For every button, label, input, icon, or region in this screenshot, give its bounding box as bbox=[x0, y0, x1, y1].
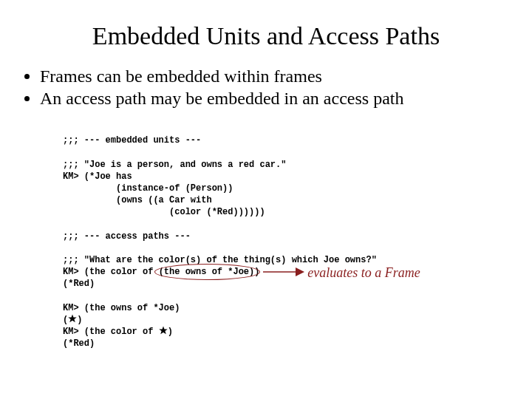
code-line: (color (*Red)))))) bbox=[63, 207, 265, 217]
code-line: ;;; --- embedded units --- bbox=[63, 135, 201, 146]
bullet-item: An access path may be embedded in an acc… bbox=[40, 87, 510, 109]
code-line: ( bbox=[63, 315, 68, 325]
star-icon bbox=[68, 314, 77, 323]
code-line: (*Red) bbox=[63, 338, 95, 349]
code-line: ) bbox=[254, 267, 259, 277]
svg-marker-1 bbox=[159, 327, 168, 335]
slide: Embedded Units and Access Paths Frames c… bbox=[0, 0, 532, 399]
code-line: (owns ((a Car with bbox=[63, 195, 212, 205]
code-line: ) bbox=[77, 315, 82, 325]
annotation-label: evaluates to a Frame bbox=[307, 264, 420, 282]
code-line: (*Red) bbox=[63, 279, 95, 289]
star-icon bbox=[159, 326, 168, 335]
code-block: ;;; --- embedded units --- ;;; "Joe is a… bbox=[63, 123, 510, 399]
code-line: KM> (the color of bbox=[63, 327, 159, 337]
code-highlight: (the owns of *Joe) bbox=[159, 267, 255, 277]
code-line: ) bbox=[168, 327, 173, 337]
svg-marker-0 bbox=[68, 315, 77, 323]
code-line: KM> (*Joe has bbox=[63, 171, 132, 182]
slide-title: Embedded Units and Access Paths bbox=[22, 22, 510, 50]
code-line: (instance-of (Person)) bbox=[63, 183, 233, 194]
code-line: KM> (the color of bbox=[63, 267, 159, 277]
bullet-list: Frames can be embedded within frames An … bbox=[22, 65, 510, 109]
code-line: KM> (the owns of *Joe) bbox=[63, 303, 180, 313]
bullet-item: Frames can be embedded within frames bbox=[40, 65, 510, 87]
svg-marker-3 bbox=[296, 267, 304, 276]
code-line: ;;; --- access paths --- bbox=[63, 231, 191, 242]
arrow-icon bbox=[262, 265, 306, 279]
code-line: ;;; "Joe is a person, and owns a red car… bbox=[63, 160, 286, 170]
